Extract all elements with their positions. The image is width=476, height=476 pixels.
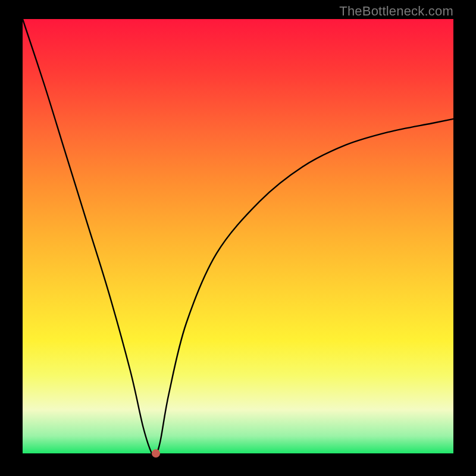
- chart-frame: TheBottleneck.com: [0, 0, 476, 476]
- optimal-point-marker: [152, 449, 160, 458]
- bottleneck-curve: [23, 19, 453, 453]
- plot-area: [23, 19, 453, 453]
- watermark-text: TheBottleneck.com: [339, 4, 453, 19]
